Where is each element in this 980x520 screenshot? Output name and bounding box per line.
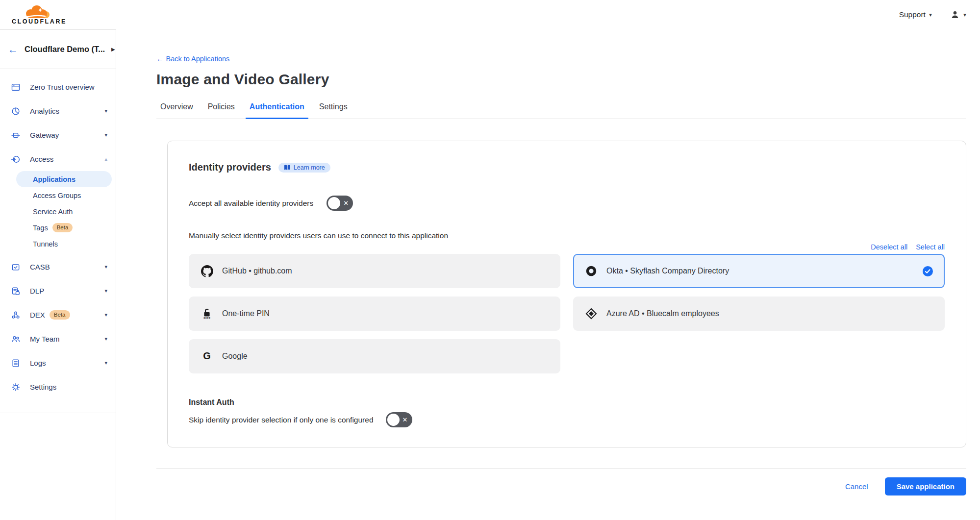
sidebar-item-analytics[interactable]: Analytics▾ [0, 99, 116, 123]
sidebar-item-my-team[interactable]: My Team▾ [0, 327, 116, 351]
provider-tile-okta[interactable]: Okta • Skyflash Company Directory [573, 254, 945, 288]
provider-tile-github[interactable]: GitHub • github.com [189, 254, 560, 288]
sidebar-item-zero-trust-overview[interactable]: Zero Trust overview [0, 75, 116, 99]
sidebar-item-label: My Team [30, 335, 60, 343]
provider-tile-google[interactable]: GGoogle [189, 339, 560, 373]
svg-text:G: G [203, 350, 211, 361]
sidebar-item-label: Logs [30, 359, 46, 367]
sidebar-item-label: Service Auth [33, 208, 73, 216]
sidebar-item-tunnels[interactable]: Tunnels [16, 236, 112, 252]
toggle-knob [387, 414, 400, 426]
save-application-button[interactable]: Save application [885, 477, 966, 495]
back-arrow-icon: ← [156, 55, 164, 63]
accept-all-label: Accept all available identity providers [189, 199, 313, 208]
sidebar-item-gateway[interactable]: Gateway▾ [0, 123, 116, 147]
sidebar-nav: Zero Trust overviewAnalytics▾Gateway▾Acc… [0, 69, 116, 399]
instant-auth-heading: Instant Auth [189, 398, 945, 407]
sidebar-item-casb[interactable]: CASB▾ [0, 255, 116, 279]
back-to-applications-link[interactable]: ← Back to Applications [156, 55, 229, 63]
sidebar-sublist-access: ApplicationsAccess GroupsService AuthTag… [16, 171, 112, 252]
tab-overview[interactable]: Overview [156, 102, 197, 119]
chevron-down-icon: ▾ [963, 12, 966, 18]
dex-icon [10, 310, 21, 320]
sidebar-divider [0, 413, 116, 413]
sidebar-item-applications[interactable]: Applications [16, 171, 112, 187]
logs-icon [10, 358, 21, 368]
google-icon: G [201, 350, 213, 362]
sidebar-item-access-groups[interactable]: Access Groups [16, 187, 112, 203]
otp-icon: **** [201, 308, 213, 320]
top-bar: CLOUDFLARE Support ▾ ▾ [0, 0, 980, 29]
sidebar-item-label: CASB [30, 263, 50, 271]
gateway-icon [10, 130, 21, 140]
overview-icon [10, 82, 21, 92]
sidebar-item-label: DEX [30, 311, 45, 319]
cloudflare-logo[interactable]: CLOUDFLARE [7, 4, 72, 25]
book-icon [284, 165, 291, 171]
sidebar-item-logs[interactable]: Logs▾ [0, 351, 116, 375]
chevron-down-icon: ▾ [104, 132, 107, 138]
dlp-icon [10, 286, 21, 296]
instant-auth-toggle[interactable]: ✕ [386, 412, 412, 427]
analytics-icon [10, 106, 21, 116]
deselect-all-link[interactable]: Deselect all [871, 243, 907, 251]
back-arrow-icon[interactable]: ← [8, 44, 18, 54]
tab-settings[interactable]: Settings [315, 102, 352, 119]
manual-select-label: Manually select identity providers users… [189, 231, 945, 240]
sidebar: ← Cloudflare Demo (T... ▶ Zero Trust ove… [0, 29, 116, 520]
toggle-off-x-icon: ✕ [343, 199, 349, 207]
toggle-knob [328, 197, 340, 209]
chevron-down-icon: ▾ [104, 108, 107, 114]
support-menu[interactable]: Support ▾ [899, 10, 932, 19]
provider-label: Okta • Skyflash Company Directory [606, 267, 729, 275]
tab-bar: OverviewPoliciesAuthenticationSettings [156, 102, 966, 119]
sidebar-item-dlp[interactable]: DLP▾ [0, 279, 116, 303]
sidebar-item-access[interactable]: Access▴ [0, 147, 116, 171]
provider-tile-one-time-pin[interactable]: ****One-time PIN [189, 297, 560, 331]
sidebar-item-label: Access [30, 155, 53, 163]
okta-icon [585, 265, 598, 277]
sidebar-item-label: Analytics [30, 107, 59, 115]
tab-authentication[interactable]: Authentication [246, 102, 308, 119]
identity-providers-card: Identity providers Learn more Accept all… [167, 141, 966, 447]
page-title: Image and Video Gallery [156, 71, 966, 88]
user-menu[interactable]: ▾ [950, 9, 966, 20]
sidebar-item-label: Zero Trust overview [30, 83, 95, 91]
chevron-down-icon: ▾ [104, 288, 107, 294]
account-name[interactable]: Cloudflare Demo (T... [25, 45, 105, 54]
provider-tile-azure-ad[interactable]: Azure AD • Bluecalm employees [573, 297, 945, 331]
sidebar-item-label: Settings [30, 383, 56, 391]
select-all-link[interactable]: Select all [916, 243, 945, 251]
tab-policies[interactable]: Policies [204, 102, 239, 119]
azure-icon [585, 308, 598, 320]
sidebar-item-dex[interactable]: DEXBeta▾ [0, 303, 116, 327]
selected-check-icon [923, 266, 933, 276]
account-switcher: ← Cloudflare Demo (T... ▶ [0, 30, 116, 69]
chevron-right-icon[interactable]: ▶ [111, 47, 115, 52]
toggle-off-x-icon: ✕ [402, 416, 408, 423]
svg-text:****: **** [203, 316, 211, 320]
accept-all-toggle[interactable]: ✕ [327, 196, 353, 211]
learn-more-badge[interactable]: Learn more [278, 163, 330, 173]
chevron-up-icon: ▴ [104, 156, 107, 162]
provider-grid: GitHub • github.comOkta • Skyflash Compa… [189, 254, 945, 373]
chevron-down-icon: ▾ [104, 336, 107, 342]
sidebar-item-label: Tags [33, 224, 48, 232]
card-title: Identity providers [189, 162, 271, 173]
casb-icon [10, 262, 21, 272]
beta-badge: Beta [52, 223, 73, 232]
provider-label: Google [222, 352, 248, 361]
team-icon [10, 334, 21, 344]
github-icon [201, 265, 213, 277]
settings-icon [10, 382, 21, 392]
chevron-down-icon: ▾ [929, 12, 932, 18]
footer-divider [156, 469, 966, 469]
sidebar-item-tags[interactable]: TagsBeta [16, 220, 112, 236]
sidebar-item-service-auth[interactable]: Service Auth [16, 203, 112, 220]
cancel-button[interactable]: Cancel [845, 482, 868, 491]
provider-label: One-time PIN [222, 309, 270, 318]
sidebar-item-label: Applications [33, 175, 75, 183]
sidebar-item-label: DLP [30, 287, 44, 295]
brand-wordmark: CLOUDFLARE [12, 18, 67, 25]
sidebar-item-settings[interactable]: Settings [0, 375, 116, 399]
